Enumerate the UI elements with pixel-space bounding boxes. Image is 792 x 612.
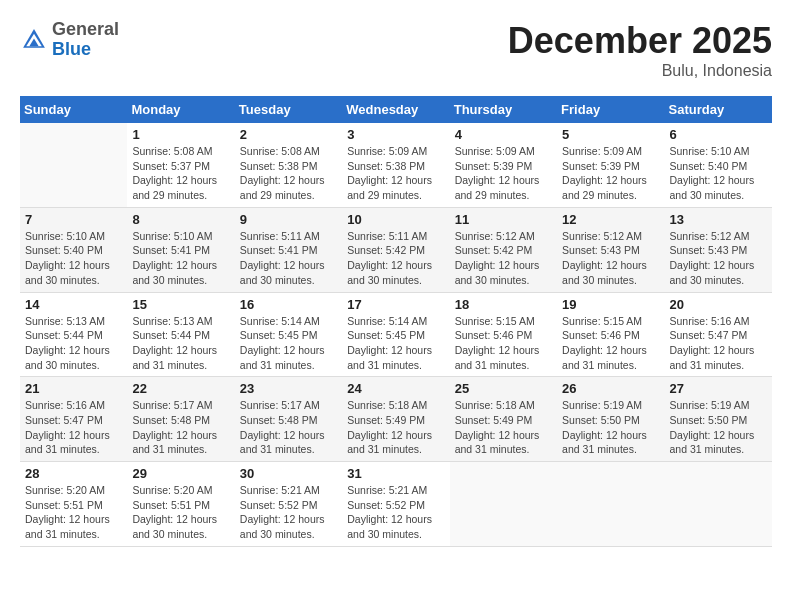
calendar-cell	[20, 123, 127, 207]
day-number: 30	[240, 466, 337, 481]
day-header-sunday: Sunday	[20, 96, 127, 123]
day-header-wednesday: Wednesday	[342, 96, 449, 123]
day-info: Sunrise: 5:12 AM Sunset: 5:43 PM Dayligh…	[670, 229, 767, 288]
day-info: Sunrise: 5:19 AM Sunset: 5:50 PM Dayligh…	[562, 398, 659, 457]
day-info: Sunrise: 5:14 AM Sunset: 5:45 PM Dayligh…	[240, 314, 337, 373]
calendar-cell	[557, 462, 664, 547]
calendar-cell: 28Sunrise: 5:20 AM Sunset: 5:51 PM Dayli…	[20, 462, 127, 547]
day-number: 17	[347, 297, 444, 312]
location-text: Bulu, Indonesia	[508, 62, 772, 80]
day-number: 11	[455, 212, 552, 227]
calendar-cell: 18Sunrise: 5:15 AM Sunset: 5:46 PM Dayli…	[450, 292, 557, 377]
day-header-monday: Monday	[127, 96, 234, 123]
day-number: 20	[670, 297, 767, 312]
calendar-week-row: 21Sunrise: 5:16 AM Sunset: 5:47 PM Dayli…	[20, 377, 772, 462]
calendar-week-row: 7Sunrise: 5:10 AM Sunset: 5:40 PM Daylig…	[20, 207, 772, 292]
day-number: 26	[562, 381, 659, 396]
day-number: 6	[670, 127, 767, 142]
day-info: Sunrise: 5:13 AM Sunset: 5:44 PM Dayligh…	[132, 314, 229, 373]
day-number: 2	[240, 127, 337, 142]
day-info: Sunrise: 5:21 AM Sunset: 5:52 PM Dayligh…	[347, 483, 444, 542]
month-title: December 2025	[508, 20, 772, 62]
day-info: Sunrise: 5:17 AM Sunset: 5:48 PM Dayligh…	[132, 398, 229, 457]
day-info: Sunrise: 5:09 AM Sunset: 5:39 PM Dayligh…	[562, 144, 659, 203]
calendar-cell: 20Sunrise: 5:16 AM Sunset: 5:47 PM Dayli…	[665, 292, 772, 377]
day-header-saturday: Saturday	[665, 96, 772, 123]
day-info: Sunrise: 5:09 AM Sunset: 5:39 PM Dayligh…	[455, 144, 552, 203]
calendar-cell: 7Sunrise: 5:10 AM Sunset: 5:40 PM Daylig…	[20, 207, 127, 292]
day-number: 4	[455, 127, 552, 142]
calendar-cell: 29Sunrise: 5:20 AM Sunset: 5:51 PM Dayli…	[127, 462, 234, 547]
day-info: Sunrise: 5:20 AM Sunset: 5:51 PM Dayligh…	[25, 483, 122, 542]
calendar-header-row: SundayMondayTuesdayWednesdayThursdayFrid…	[20, 96, 772, 123]
logo-general-text: General	[52, 19, 119, 39]
calendar-cell: 12Sunrise: 5:12 AM Sunset: 5:43 PM Dayli…	[557, 207, 664, 292]
day-info: Sunrise: 5:17 AM Sunset: 5:48 PM Dayligh…	[240, 398, 337, 457]
day-number: 28	[25, 466, 122, 481]
calendar-cell: 23Sunrise: 5:17 AM Sunset: 5:48 PM Dayli…	[235, 377, 342, 462]
day-info: Sunrise: 5:21 AM Sunset: 5:52 PM Dayligh…	[240, 483, 337, 542]
day-number: 5	[562, 127, 659, 142]
calendar-cell: 15Sunrise: 5:13 AM Sunset: 5:44 PM Dayli…	[127, 292, 234, 377]
day-info: Sunrise: 5:11 AM Sunset: 5:42 PM Dayligh…	[347, 229, 444, 288]
calendar-cell: 11Sunrise: 5:12 AM Sunset: 5:42 PM Dayli…	[450, 207, 557, 292]
calendar-week-row: 1Sunrise: 5:08 AM Sunset: 5:37 PM Daylig…	[20, 123, 772, 207]
logo-icon	[20, 26, 48, 54]
day-number: 24	[347, 381, 444, 396]
calendar-cell: 21Sunrise: 5:16 AM Sunset: 5:47 PM Dayli…	[20, 377, 127, 462]
calendar-cell: 5Sunrise: 5:09 AM Sunset: 5:39 PM Daylig…	[557, 123, 664, 207]
logo-blue-text: Blue	[52, 39, 91, 59]
calendar-cell: 31Sunrise: 5:21 AM Sunset: 5:52 PM Dayli…	[342, 462, 449, 547]
day-number: 22	[132, 381, 229, 396]
day-number: 27	[670, 381, 767, 396]
day-number: 12	[562, 212, 659, 227]
calendar-cell: 27Sunrise: 5:19 AM Sunset: 5:50 PM Dayli…	[665, 377, 772, 462]
day-number: 10	[347, 212, 444, 227]
calendar-cell: 19Sunrise: 5:15 AM Sunset: 5:46 PM Dayli…	[557, 292, 664, 377]
day-info: Sunrise: 5:16 AM Sunset: 5:47 PM Dayligh…	[670, 314, 767, 373]
day-number: 15	[132, 297, 229, 312]
calendar-cell: 8Sunrise: 5:10 AM Sunset: 5:41 PM Daylig…	[127, 207, 234, 292]
calendar-cell: 1Sunrise: 5:08 AM Sunset: 5:37 PM Daylig…	[127, 123, 234, 207]
calendar-cell: 3Sunrise: 5:09 AM Sunset: 5:38 PM Daylig…	[342, 123, 449, 207]
day-info: Sunrise: 5:15 AM Sunset: 5:46 PM Dayligh…	[455, 314, 552, 373]
day-number: 9	[240, 212, 337, 227]
day-number: 14	[25, 297, 122, 312]
calendar-table: SundayMondayTuesdayWednesdayThursdayFrid…	[20, 96, 772, 547]
day-info: Sunrise: 5:14 AM Sunset: 5:45 PM Dayligh…	[347, 314, 444, 373]
day-number: 31	[347, 466, 444, 481]
calendar-cell: 16Sunrise: 5:14 AM Sunset: 5:45 PM Dayli…	[235, 292, 342, 377]
page-header: General Blue December 2025 Bulu, Indones…	[20, 20, 772, 80]
calendar-cell	[665, 462, 772, 547]
day-info: Sunrise: 5:15 AM Sunset: 5:46 PM Dayligh…	[562, 314, 659, 373]
day-header-friday: Friday	[557, 96, 664, 123]
calendar-cell: 17Sunrise: 5:14 AM Sunset: 5:45 PM Dayli…	[342, 292, 449, 377]
calendar-cell: 26Sunrise: 5:19 AM Sunset: 5:50 PM Dayli…	[557, 377, 664, 462]
day-number: 16	[240, 297, 337, 312]
day-number: 29	[132, 466, 229, 481]
day-info: Sunrise: 5:20 AM Sunset: 5:51 PM Dayligh…	[132, 483, 229, 542]
day-info: Sunrise: 5:12 AM Sunset: 5:43 PM Dayligh…	[562, 229, 659, 288]
day-number: 23	[240, 381, 337, 396]
day-info: Sunrise: 5:10 AM Sunset: 5:40 PM Dayligh…	[670, 144, 767, 203]
calendar-week-row: 14Sunrise: 5:13 AM Sunset: 5:44 PM Dayli…	[20, 292, 772, 377]
day-info: Sunrise: 5:11 AM Sunset: 5:41 PM Dayligh…	[240, 229, 337, 288]
day-header-tuesday: Tuesday	[235, 96, 342, 123]
calendar-cell: 22Sunrise: 5:17 AM Sunset: 5:48 PM Dayli…	[127, 377, 234, 462]
day-header-thursday: Thursday	[450, 96, 557, 123]
day-info: Sunrise: 5:08 AM Sunset: 5:37 PM Dayligh…	[132, 144, 229, 203]
calendar-cell	[450, 462, 557, 547]
day-number: 18	[455, 297, 552, 312]
calendar-cell: 10Sunrise: 5:11 AM Sunset: 5:42 PM Dayli…	[342, 207, 449, 292]
day-number: 1	[132, 127, 229, 142]
calendar-cell: 24Sunrise: 5:18 AM Sunset: 5:49 PM Dayli…	[342, 377, 449, 462]
calendar-cell: 13Sunrise: 5:12 AM Sunset: 5:43 PM Dayli…	[665, 207, 772, 292]
title-block: December 2025 Bulu, Indonesia	[508, 20, 772, 80]
calendar-cell: 30Sunrise: 5:21 AM Sunset: 5:52 PM Dayli…	[235, 462, 342, 547]
calendar-week-row: 28Sunrise: 5:20 AM Sunset: 5:51 PM Dayli…	[20, 462, 772, 547]
day-number: 25	[455, 381, 552, 396]
day-info: Sunrise: 5:13 AM Sunset: 5:44 PM Dayligh…	[25, 314, 122, 373]
day-info: Sunrise: 5:08 AM Sunset: 5:38 PM Dayligh…	[240, 144, 337, 203]
calendar-cell: 4Sunrise: 5:09 AM Sunset: 5:39 PM Daylig…	[450, 123, 557, 207]
day-number: 19	[562, 297, 659, 312]
